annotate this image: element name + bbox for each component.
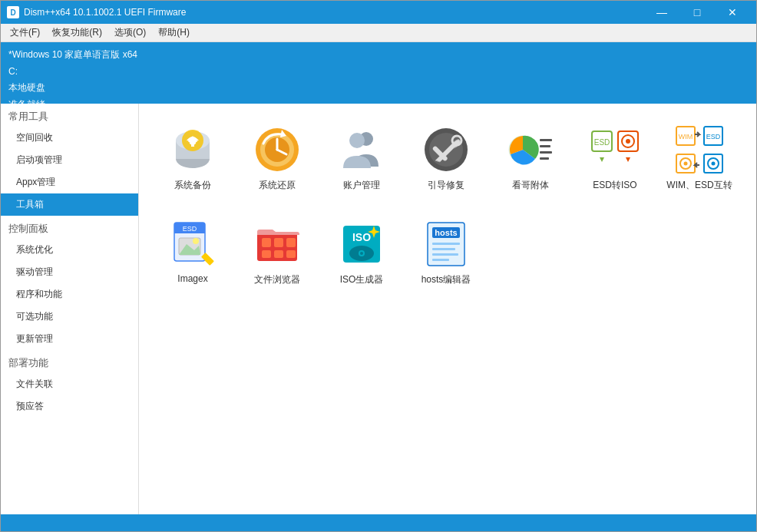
hosts-icon: hosts: [421, 220, 471, 269]
window-controls: — □ ✕: [644, 1, 750, 24]
sidebar-item[interactable]: 驱动管理: [1, 261, 138, 283]
svg-text:WIM: WIM: [679, 133, 693, 140]
svg-rect-18: [540, 145, 550, 147]
app-icon: D: [7, 6, 19, 18]
svg-point-55: [360, 252, 363, 255]
tool-wim-esd[interactable]: WIM ESD: [661, 119, 738, 198]
sidebar: 常用工具空间回收启动项管理Appx管理工具箱控制面板系统优化驱动管理程序和功能可…: [1, 104, 139, 514]
imagex-icon: ESD: [168, 220, 217, 269]
tool-grid: 系统备份 系统还原: [154, 119, 741, 292]
info-line2: C:: [8, 64, 749, 81]
imagex-label: Imagex: [177, 273, 207, 284]
tool-boot[interactable]: 引导修复: [408, 119, 484, 198]
title-bar-left: D Dism++x64 10.1.1002.1 UEFI Firmware: [7, 6, 186, 18]
svg-point-25: [626, 139, 630, 144]
account-label: 账户管理: [343, 179, 380, 192]
svg-point-42: [193, 238, 199, 244]
menu-item[interactable]: 恢复功能(R): [46, 25, 108, 41]
svg-point-11: [349, 133, 365, 148]
info-line1: *Windows 10 家庭单语言版 x64: [8, 47, 749, 64]
close-button[interactable]: ✕: [715, 1, 750, 24]
app-title: Dism++x64 10.1.1002.1 UEFI Firmware: [24, 7, 186, 18]
svg-rect-46: [274, 238, 283, 247]
minimize-button[interactable]: —: [644, 1, 679, 24]
svg-rect-59: [432, 243, 460, 245]
svg-rect-61: [432, 253, 458, 256]
filebrowser-icon: [253, 220, 302, 269]
svg-rect-60: [432, 248, 455, 250]
sidebar-item[interactable]: 文件关联: [1, 373, 138, 395]
sidebar-item[interactable]: 更新管理: [1, 328, 138, 350]
svg-rect-45: [262, 238, 271, 247]
tool-esd2iso[interactable]: ESD ESD转ISO: [577, 119, 653, 198]
boot-label: 引导修复: [428, 179, 464, 192]
sidebar-item[interactable]: 程序和功能: [1, 283, 138, 306]
svg-rect-47: [286, 238, 296, 247]
tool-hosts[interactable]: hosts hosts编辑器: [408, 213, 484, 292]
info-bar: *Windows 10 家庭单语言版 x64 C: 本地硬盘 准备就绪: [1, 42, 756, 104]
svg-text:ESD: ESD: [594, 138, 610, 147]
tool-isogen[interactable]: ISO ISO生成器: [323, 213, 400, 292]
svg-rect-62: [432, 259, 449, 261]
maximize-button[interactable]: □: [679, 1, 715, 24]
svg-rect-20: [540, 157, 549, 160]
sidebar-section-title: 常用工具: [1, 104, 138, 127]
svg-rect-19: [540, 151, 552, 154]
backup-label: 系统备份: [174, 179, 211, 192]
menu-item[interactable]: 帮助(H): [152, 25, 196, 41]
sidebar-item[interactable]: 预应答: [1, 395, 138, 418]
sidebar-item[interactable]: 可选功能: [1, 306, 138, 328]
sidebar-item[interactable]: Appx管理: [1, 171, 138, 193]
sidebar-item[interactable]: 空间回收: [1, 127, 138, 149]
main-layout: 常用工具空间回收启动项管理Appx管理工具箱控制面板系统优化驱动管理程序和功能可…: [1, 104, 756, 514]
svg-text:ISO: ISO: [352, 231, 371, 243]
isogen-label: ISO生成器: [340, 273, 384, 286]
boot-icon: [421, 125, 471, 174]
spy-label: 看哥附体: [512, 179, 549, 192]
restore-label: 系统还原: [259, 179, 296, 192]
filebrowser-label: 文件浏览器: [254, 273, 300, 286]
account-icon: [337, 125, 386, 174]
svg-point-35: [712, 162, 716, 166]
svg-text:ESD: ESD: [183, 225, 197, 233]
info-line3: 本地硬盘: [8, 80, 749, 97]
svg-text:hosts: hosts: [435, 228, 457, 237]
menu-item[interactable]: 选项(O): [108, 25, 152, 41]
wim-esd-label: WIM、ESD互转: [666, 179, 732, 192]
tool-account[interactable]: 账户管理: [323, 119, 400, 198]
sidebar-item[interactable]: 启动项管理: [1, 149, 138, 171]
sidebar-item[interactable]: 工具箱: [1, 193, 138, 216]
tool-spy[interactable]: 看哥附体: [492, 119, 569, 198]
svg-point-30: [684, 162, 688, 166]
svg-rect-17: [540, 139, 552, 141]
hosts-label: hosts编辑器: [421, 273, 471, 286]
tool-restore[interactable]: 系统还原: [239, 119, 316, 198]
status-bar: [1, 514, 756, 532]
svg-rect-48: [262, 250, 271, 258]
wim-esd-icon: WIM ESD: [675, 125, 724, 174]
svg-rect-50: [286, 250, 296, 258]
isogen-icon: ISO: [337, 220, 386, 269]
menu-bar: 文件(F)恢复功能(R)选项(O)帮助(H): [1, 24, 756, 42]
sidebar-item[interactable]: 系统优化: [1, 239, 138, 261]
esd2iso-label: ESD转ISO: [593, 179, 636, 192]
esd2iso-icon: ESD: [590, 125, 640, 174]
restore-icon: [253, 125, 302, 174]
svg-text:ESD: ESD: [706, 133, 721, 140]
sidebar-section-title: 部署功能: [1, 350, 138, 373]
spy-icon: [506, 125, 555, 174]
tool-backup[interactable]: 系统备份: [154, 119, 231, 198]
tool-filebrowser[interactable]: 文件浏览器: [239, 213, 316, 292]
backup-icon: [168, 125, 217, 174]
content-area: 系统备份 系统还原: [139, 104, 756, 514]
menu-item[interactable]: 文件(F): [4, 25, 46, 41]
svg-rect-49: [274, 250, 283, 258]
sidebar-section-title: 控制面板: [1, 216, 138, 239]
tool-imagex[interactable]: ESD Imagex: [154, 213, 231, 292]
title-bar: D Dism++x64 10.1.1002.1 UEFI Firmware — …: [1, 1, 756, 24]
